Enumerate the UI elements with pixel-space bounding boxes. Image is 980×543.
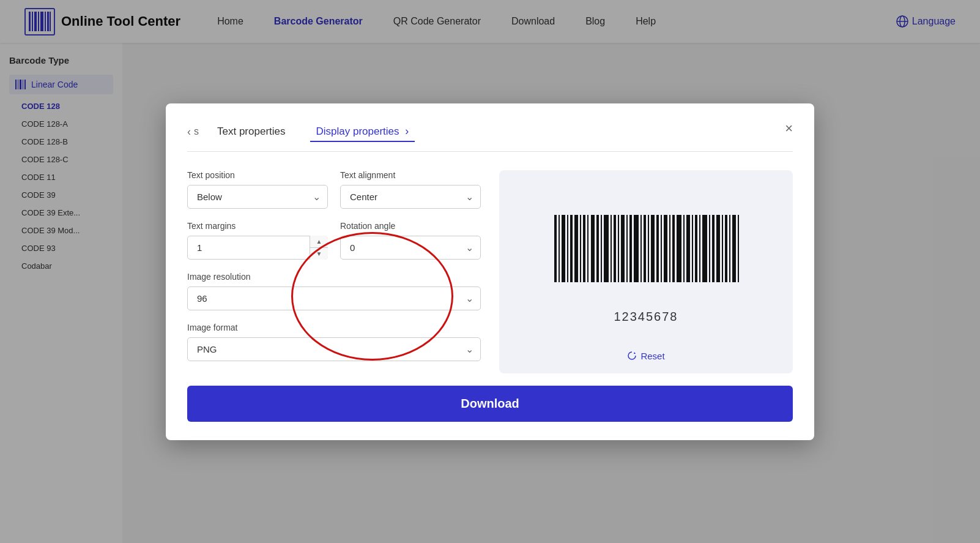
svg-rect-28 bbox=[604, 215, 609, 282]
modal-tabs: ‹ s Text properties Display properties ›… bbox=[187, 122, 793, 152]
rotation-angle-select[interactable]: 0 90 180 270 bbox=[340, 236, 481, 260]
modal-body: Text position Below Above None Text alig… bbox=[187, 170, 793, 373]
svg-rect-39 bbox=[651, 215, 655, 282]
text-margins-input[interactable] bbox=[187, 236, 328, 260]
image-format-label: Image format bbox=[187, 323, 481, 332]
svg-rect-25 bbox=[591, 215, 595, 282]
text-position-label: Text position bbox=[187, 170, 328, 180]
svg-rect-36 bbox=[640, 215, 642, 282]
svg-rect-31 bbox=[618, 215, 619, 282]
svg-rect-53 bbox=[712, 215, 715, 282]
svg-rect-40 bbox=[656, 215, 659, 282]
barcode-number: 12345678 bbox=[614, 310, 678, 324]
image-resolution-group: Image resolution 96 72 150 300 bbox=[187, 272, 481, 310]
text-margins-up[interactable]: ▲ bbox=[310, 236, 328, 248]
tab-prev[interactable]: ‹ s bbox=[187, 125, 199, 138]
svg-rect-47 bbox=[686, 215, 690, 282]
download-button[interactable]: Download bbox=[187, 386, 793, 422]
reset-button[interactable]: Reset bbox=[627, 351, 664, 361]
svg-rect-17 bbox=[559, 215, 560, 282]
barcode-svg bbox=[548, 206, 744, 304]
text-position-group: Text position Below Above None bbox=[187, 170, 328, 209]
svg-rect-35 bbox=[634, 215, 639, 282]
text-alignment-select-wrapper: Center Left Right bbox=[340, 185, 481, 209]
form-row-2: Text margins ▲ ▼ Rotation angle 0 bbox=[187, 221, 481, 260]
form-row-3: Image resolution 96 72 150 300 bbox=[187, 272, 481, 310]
rotation-angle-group: Rotation angle 0 90 180 270 bbox=[340, 221, 481, 260]
svg-rect-51 bbox=[702, 215, 707, 282]
close-button[interactable]: × bbox=[785, 122, 793, 135]
tab-text-properties[interactable]: Text properties bbox=[211, 122, 292, 141]
svg-rect-30 bbox=[614, 215, 616, 282]
svg-rect-59 bbox=[738, 215, 739, 282]
modal: ‹ s Text properties Display properties ›… bbox=[166, 103, 814, 440]
text-margins-group: Text margins ▲ ▼ bbox=[187, 221, 328, 260]
text-margins-input-wrapper: ▲ ▼ bbox=[187, 236, 328, 260]
text-position-select-wrapper: Below Above None bbox=[187, 185, 328, 209]
form-row-1: Text position Below Above None Text alig… bbox=[187, 170, 481, 209]
text-alignment-label: Text alignment bbox=[340, 170, 481, 180]
image-format-select-wrapper: PNG SVG JPEG BMP bbox=[187, 337, 481, 361]
svg-rect-23 bbox=[583, 215, 585, 282]
image-format-group: Image format PNG SVG JPEG BMP bbox=[187, 323, 481, 361]
chevron-left-icon: ‹ bbox=[187, 125, 191, 138]
svg-rect-27 bbox=[601, 215, 602, 282]
svg-rect-52 bbox=[709, 215, 710, 282]
rotation-angle-label: Rotation angle bbox=[340, 221, 481, 231]
svg-rect-57 bbox=[729, 215, 730, 282]
text-margins-down[interactable]: ▼ bbox=[310, 248, 328, 260]
svg-rect-22 bbox=[580, 215, 581, 282]
svg-rect-20 bbox=[570, 215, 573, 282]
barcode-preview-panel: 12345678 Reset bbox=[499, 170, 793, 373]
svg-rect-45 bbox=[677, 215, 681, 282]
text-alignment-group: Text alignment Center Left Right bbox=[340, 170, 481, 209]
tab-display-properties[interactable]: Display properties › bbox=[310, 122, 415, 142]
image-resolution-label: Image resolution bbox=[187, 272, 481, 282]
svg-rect-21 bbox=[574, 215, 578, 282]
svg-rect-58 bbox=[732, 215, 736, 282]
text-margins-arrows: ▲ ▼ bbox=[310, 236, 328, 260]
svg-rect-19 bbox=[567, 215, 568, 282]
svg-rect-56 bbox=[725, 215, 727, 282]
barcode-preview-image: 12345678 bbox=[511, 189, 781, 342]
chevron-right-icon: › bbox=[405, 125, 409, 137]
svg-rect-18 bbox=[562, 215, 565, 282]
svg-rect-49 bbox=[695, 215, 697, 282]
svg-rect-48 bbox=[692, 215, 693, 282]
modal-form: Text position Below Above None Text alig… bbox=[187, 170, 481, 373]
svg-rect-42 bbox=[664, 215, 667, 282]
svg-rect-43 bbox=[669, 215, 670, 282]
text-margins-label: Text margins bbox=[187, 221, 328, 231]
reset-icon bbox=[627, 351, 637, 361]
text-position-select[interactable]: Below Above None bbox=[187, 185, 328, 209]
svg-rect-55 bbox=[722, 215, 723, 282]
image-resolution-select[interactable]: 96 72 150 300 bbox=[187, 286, 481, 310]
svg-rect-46 bbox=[683, 215, 685, 282]
rotation-angle-select-wrapper: 0 90 180 270 bbox=[340, 236, 481, 260]
image-format-select[interactable]: PNG SVG JPEG BMP bbox=[187, 337, 481, 361]
image-resolution-select-wrapper: 96 72 150 300 bbox=[187, 286, 481, 310]
svg-rect-50 bbox=[699, 215, 700, 282]
svg-rect-16 bbox=[554, 215, 557, 282]
svg-rect-37 bbox=[644, 215, 646, 282]
svg-rect-33 bbox=[626, 215, 628, 282]
svg-rect-38 bbox=[648, 215, 649, 282]
tab-prev-label: s bbox=[194, 126, 199, 137]
svg-rect-41 bbox=[661, 215, 662, 282]
svg-rect-29 bbox=[611, 215, 612, 282]
svg-rect-26 bbox=[596, 215, 599, 282]
text-alignment-select[interactable]: Center Left Right bbox=[340, 185, 481, 209]
form-row-4: Image format PNG SVG JPEG BMP bbox=[187, 323, 481, 361]
svg-rect-44 bbox=[672, 215, 675, 282]
svg-rect-32 bbox=[621, 215, 625, 282]
svg-rect-34 bbox=[629, 215, 632, 282]
svg-rect-54 bbox=[716, 215, 720, 282]
svg-rect-24 bbox=[587, 215, 588, 282]
